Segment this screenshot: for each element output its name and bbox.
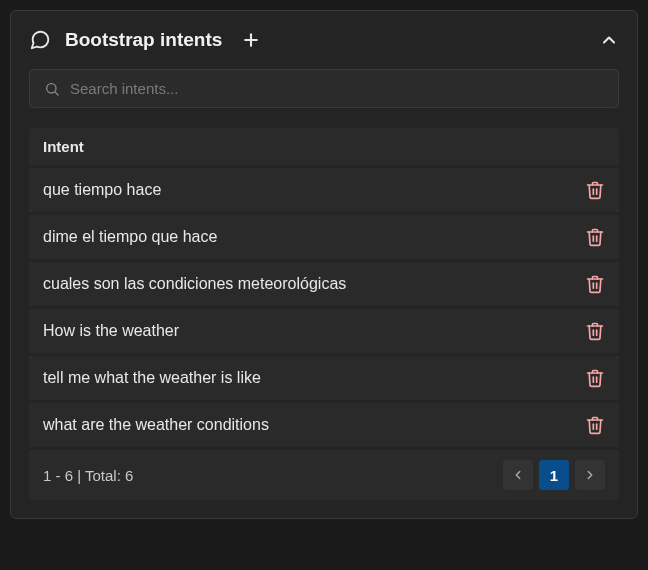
- bootstrap-intents-panel: Bootstrap intents Intent que tiempo hace…: [10, 10, 638, 519]
- next-page-button[interactable]: [575, 460, 605, 490]
- table-row[interactable]: dime el tiempo que hace: [29, 215, 619, 259]
- chat-icon: [29, 29, 51, 51]
- pagination-bar: 1 - 6 | Total: 6 1: [29, 450, 619, 500]
- table-row[interactable]: what are the weather conditions: [29, 403, 619, 447]
- search-input[interactable]: [70, 80, 604, 97]
- page-number-button[interactable]: 1: [539, 460, 569, 490]
- delete-button[interactable]: [585, 368, 605, 388]
- collapse-toggle[interactable]: [599, 30, 619, 50]
- intent-text: dime el tiempo que hace: [43, 228, 217, 246]
- delete-button[interactable]: [585, 321, 605, 341]
- search-field-wrap[interactable]: [29, 69, 619, 108]
- intent-text: tell me what the weather is like: [43, 369, 261, 387]
- intent-text: que tiempo hace: [43, 181, 161, 199]
- intent-text: How is the weather: [43, 322, 179, 340]
- pagination-summary: 1 - 6 | Total: 6: [43, 467, 133, 484]
- search-icon: [44, 81, 60, 97]
- panel-header: Bootstrap intents: [29, 29, 619, 51]
- panel-title: Bootstrap intents: [65, 29, 222, 51]
- svg-point-2: [47, 83, 56, 92]
- svg-line-3: [55, 92, 58, 95]
- delete-button[interactable]: [585, 415, 605, 435]
- table-row[interactable]: que tiempo hace: [29, 168, 619, 212]
- delete-button[interactable]: [585, 180, 605, 200]
- table-row[interactable]: tell me what the weather is like: [29, 356, 619, 400]
- delete-button[interactable]: [585, 227, 605, 247]
- add-intent-button[interactable]: [240, 29, 262, 51]
- intent-text: what are the weather conditions: [43, 416, 269, 434]
- delete-button[interactable]: [585, 274, 605, 294]
- intent-text: cuales son las condiciones meteorológica…: [43, 275, 346, 293]
- table-row[interactable]: cuales son las condiciones meteorológica…: [29, 262, 619, 306]
- column-label: Intent: [43, 138, 84, 155]
- table-column-header: Intent: [29, 128, 619, 165]
- prev-page-button[interactable]: [503, 460, 533, 490]
- table-row[interactable]: How is the weather: [29, 309, 619, 353]
